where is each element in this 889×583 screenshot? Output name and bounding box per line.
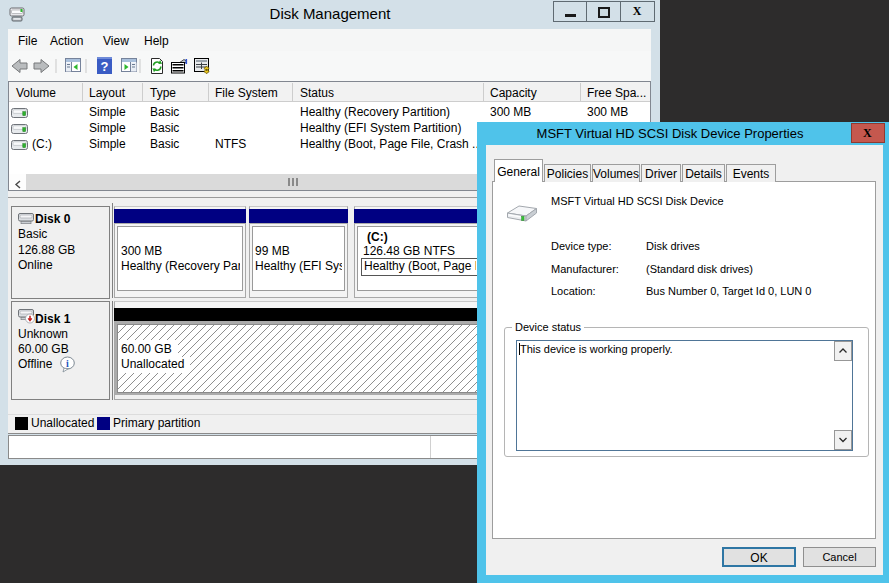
- svg-text:i: i: [66, 358, 69, 369]
- svg-text:?: ?: [101, 59, 109, 74]
